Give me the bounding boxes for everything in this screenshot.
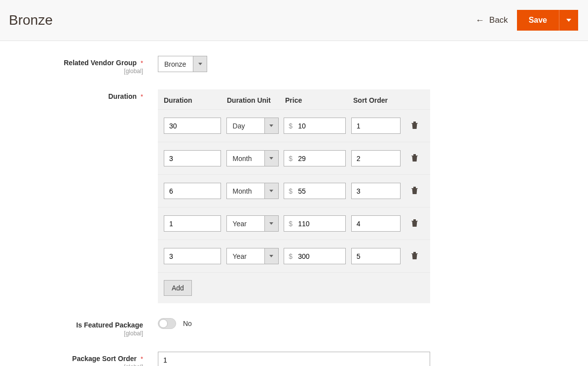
form-content: Related Vendor Group * [global] Bronze D… (0, 41, 588, 366)
field-featured: Is Featured Package [global] No (0, 318, 588, 337)
col-header-price: Price (285, 96, 353, 104)
delete-row-button[interactable] (411, 219, 418, 229)
arrow-left-icon: ← (476, 15, 484, 26)
chevron-down-icon (264, 151, 278, 166)
chevron-down-icon (193, 56, 207, 72)
field-duration: Duration * Duration Duration Unit Price … (0, 89, 588, 303)
price-input[interactable] (284, 183, 346, 199)
duration-row: Year $ (158, 207, 430, 240)
featured-label: Is Featured Package (76, 321, 143, 329)
duration-input[interactable] (164, 118, 221, 134)
col-header-unit: Duration Unit (227, 96, 285, 104)
save-button-group: Save (517, 10, 578, 31)
chevron-down-icon (264, 248, 278, 264)
vendor-group-value: Bronze (158, 56, 193, 72)
delete-row-button[interactable] (411, 121, 418, 131)
price-input[interactable] (284, 150, 346, 166)
vendor-group-scope: [global] (0, 68, 143, 75)
duration-row: Month $ (158, 142, 430, 174)
chevron-down-icon (264, 183, 278, 199)
duration-row: Month $ (158, 174, 430, 207)
chevron-down-icon (264, 216, 278, 231)
add-button[interactable]: Add (164, 280, 192, 296)
trash-icon (411, 186, 418, 195)
delete-row-button[interactable] (411, 154, 418, 163)
col-header-duration: Duration (164, 96, 227, 104)
price-input[interactable] (284, 118, 346, 134)
duration-label: Duration (108, 92, 137, 100)
header-actions: ← Back Save (476, 10, 578, 31)
featured-state: No (183, 320, 192, 327)
featured-scope: [global] (0, 330, 143, 337)
currency-symbol: $ (289, 220, 293, 228)
field-vendor-group: Related Vendor Group * [global] Bronze (0, 56, 588, 75)
save-button[interactable]: Save (517, 10, 559, 31)
delete-row-button[interactable] (411, 186, 418, 196)
chevron-down-icon (566, 19, 571, 22)
add-row-container: Add (158, 272, 430, 303)
chevron-down-icon (264, 118, 278, 133)
duration-row: Day $ (158, 109, 430, 142)
currency-symbol: $ (289, 252, 293, 260)
sort-order-input[interactable] (351, 215, 401, 232)
vendor-group-select[interactable]: Bronze (158, 56, 207, 72)
save-dropdown-toggle[interactable] (559, 10, 578, 31)
sort-order-input[interactable] (351, 248, 401, 264)
sort-order-scope: [global] (0, 364, 143, 366)
duration-unit-select[interactable]: Month (226, 183, 279, 199)
delete-row-button[interactable] (411, 251, 418, 261)
price-input[interactable] (284, 248, 346, 264)
trash-icon (411, 154, 418, 162)
sort-order-input[interactable] (351, 118, 401, 134)
duration-input[interactable] (164, 215, 221, 232)
duration-unit-select[interactable]: Month (226, 150, 279, 166)
currency-symbol: $ (289, 187, 293, 195)
duration-unit-select[interactable]: Year (226, 248, 279, 264)
required-indicator: * (141, 59, 143, 67)
duration-unit-select[interactable]: Year (226, 215, 279, 232)
duration-unit-select[interactable]: Day (226, 118, 279, 134)
featured-toggle[interactable] (158, 318, 176, 329)
page-title: Bronze (9, 12, 53, 28)
currency-symbol: $ (289, 155, 293, 163)
field-sort-order: Package Sort Order * [global] (0, 352, 588, 366)
duration-row: Year $ (158, 240, 430, 272)
duration-table-header: Duration Duration Unit Price Sort Order (158, 89, 430, 109)
sort-order-label: Package Sort Order (72, 355, 137, 363)
sort-order-input[interactable] (351, 183, 401, 199)
required-indicator: * (141, 355, 143, 363)
package-sort-order-input[interactable] (158, 352, 430, 366)
back-button[interactable]: ← Back (476, 15, 508, 26)
sort-order-input[interactable] (351, 150, 401, 166)
currency-symbol: $ (289, 122, 293, 130)
trash-icon (411, 219, 418, 227)
col-header-sort: Sort Order (353, 96, 407, 104)
duration-table: Duration Duration Unit Price Sort Order … (158, 89, 430, 303)
price-input[interactable] (284, 215, 346, 232)
page-header: Bronze ← Back Save (0, 0, 588, 41)
duration-input[interactable] (164, 248, 221, 264)
duration-input[interactable] (164, 183, 221, 199)
vendor-group-label: Related Vendor Group (64, 59, 137, 67)
required-indicator: * (141, 93, 143, 100)
back-label: Back (489, 15, 508, 25)
trash-icon (411, 121, 418, 129)
trash-icon (411, 251, 418, 260)
duration-input[interactable] (164, 150, 221, 166)
